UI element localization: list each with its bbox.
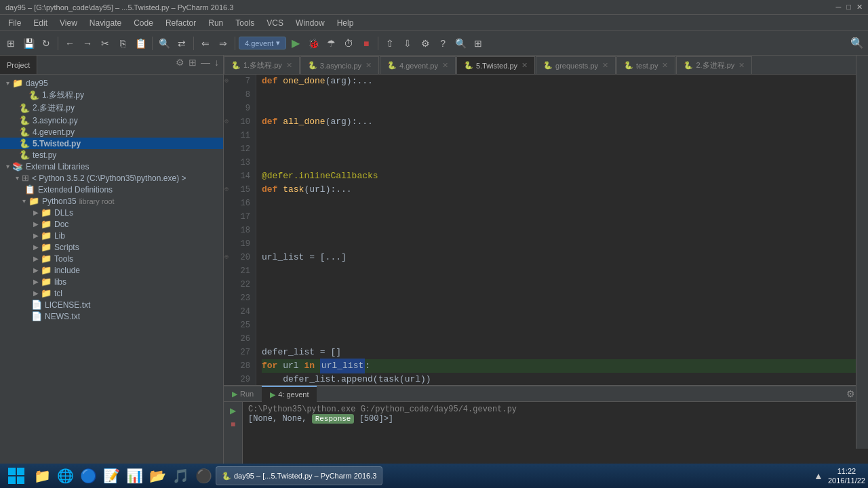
start-button[interactable] — [3, 465, 30, 487]
bottom-settings-icon[interactable]: ⚙ — [846, 388, 855, 399]
vcs-commit-btn[interactable]: ⇩ — [399, 35, 416, 52]
cut-btn[interactable]: ✂ — [97, 35, 113, 52]
tree-item-doc[interactable]: ▶ 📁 Doc — [0, 218, 223, 230]
editor-tab-multiprocess[interactable]: 🐍 2.多进程.py ✕ — [676, 56, 752, 74]
vcs-update-btn[interactable]: ⇧ — [382, 35, 398, 52]
find-action-btn[interactable]: 🔍 — [452, 35, 469, 52]
menu-help[interactable]: Help — [332, 17, 359, 29]
project-settings-icon[interactable]: ⊞ — [187, 56, 198, 74]
toolbar-extra[interactable]: ⊞ — [470, 35, 486, 52]
tree-item-python35[interactable]: ▾ 📁 Python35 library root — [0, 195, 223, 207]
code-line-13[interactable] — [262, 156, 859, 169]
tree-arrow-dlls[interactable]: ▶ — [31, 209, 41, 216]
code-line-25[interactable] — [262, 319, 859, 332]
tree-arrow-tcl[interactable]: ▶ — [31, 289, 41, 297]
code-line-8[interactable] — [262, 88, 859, 102]
fold-7[interactable]: ⊕ — [224, 75, 229, 88]
editor-tab-close-multiprocess[interactable]: ✕ — [738, 61, 745, 70]
paste-btn[interactable]: 📋 — [132, 35, 149, 52]
editor-content[interactable]: ⊕ ⊕ ⊕ — [224, 75, 868, 385]
tree-arrow-python35[interactable]: ▾ — [19, 197, 28, 205]
tree-item-extlibs[interactable]: ▾ 📚 External Libraries — [0, 161, 223, 172]
code-line-21[interactable] — [262, 264, 859, 278]
code-line-16[interactable] — [262, 197, 859, 210]
editor-tab-close-twisted[interactable]: ✕ — [521, 61, 528, 70]
run-play-btn[interactable]: ▶ — [227, 405, 239, 417]
menu-view[interactable]: View — [54, 17, 83, 29]
run-btn[interactable]: ▶ — [288, 35, 304, 52]
code-line-10[interactable]: def all_done(arg):... — [262, 115, 859, 129]
help-btn[interactable]: ? — [435, 35, 451, 52]
replace-btn[interactable]: ⇄ — [174, 35, 190, 52]
code-line-27[interactable]: defer_list = [] — [262, 346, 859, 359]
tab-project[interactable]: Project — [0, 56, 37, 74]
fold-15[interactable]: ⊕ — [224, 183, 229, 197]
editor-tab-asyncio[interactable]: 🐍 3.asyncio.py ✕ — [300, 56, 379, 74]
editor-tab-close-gevent[interactable]: ✕ — [442, 61, 448, 70]
code-line-19[interactable] — [262, 237, 859, 251]
taskbar-pycharm-app[interactable]: 🐍 day95 – [...5.Twisted.py – PyCharm 201… — [216, 466, 382, 485]
tree-item-tools[interactable]: ▶ 📁 Tools — [0, 253, 223, 264]
menu-tools[interactable]: Tools — [230, 17, 260, 29]
tree-arrow-include[interactable]: ▶ — [31, 266, 41, 274]
code-line-20[interactable]: url_list = [...] — [262, 251, 859, 264]
editor-tab-close-grequests[interactable]: ✕ — [602, 61, 608, 70]
settings-btn[interactable]: ⚙ — [417, 35, 433, 52]
menu-navigate[interactable]: Navigate — [84, 17, 127, 29]
code-line-7[interactable]: def one_done(arg):... — [262, 75, 859, 88]
menu-code[interactable]: Code — [128, 17, 159, 29]
copy-btn[interactable]: ⎘ — [115, 35, 131, 52]
close-button[interactable]: ✕ — [856, 3, 863, 12]
tree-arrow-tools[interactable]: ▶ — [31, 255, 41, 262]
taskbar-browser-btn[interactable]: 🌐 — [54, 465, 76, 487]
project-view-btn[interactable]: ⊞ — [3, 35, 19, 52]
tree-item-libs[interactable]: ▶ 📁 libs — [0, 276, 223, 287]
debug-btn[interactable]: 🐞 — [305, 35, 321, 52]
code-line-15[interactable]: def task(url):... — [262, 183, 859, 197]
next-btn[interactable]: ⇒ — [215, 35, 231, 52]
tree-arrow-day95[interactable]: ▾ — [3, 79, 12, 87]
code-line-26[interactable] — [262, 332, 859, 346]
code-line-23[interactable] — [262, 291, 859, 305]
menu-run[interactable]: Run — [203, 17, 229, 29]
fold-20[interactable]: ⊕ — [224, 251, 229, 264]
tree-item-licensetxt[interactable]: 📄 LICENSE.txt — [0, 299, 223, 310]
editor-tab-multithreading[interactable]: 🐍 1.多线程.py ✕ — [224, 56, 300, 74]
menu-edit[interactable]: Edit — [28, 17, 53, 29]
taskbar-excel-btn[interactable]: 📊 — [123, 465, 145, 487]
run-stop-btn[interactable]: ■ — [227, 418, 239, 430]
tree-arrow-python352[interactable]: ▾ — [12, 174, 22, 182]
tree-item-extdefs[interactable]: 📋 Extended Definitions — [0, 184, 223, 195]
stop-btn[interactable]: ■ — [358, 35, 374, 52]
tree-arrow-extlibs[interactable]: ▾ — [3, 163, 12, 170]
maximize-button[interactable]: □ — [846, 3, 851, 12]
tree-arrow-libs[interactable]: ▶ — [31, 278, 41, 285]
code-line-11[interactable] — [262, 129, 859, 142]
menu-window[interactable]: Window — [290, 17, 330, 29]
menu-file[interactable]: File — [3, 17, 26, 29]
code-line-24[interactable] — [262, 305, 859, 319]
taskbar-word-btn[interactable]: 📝 — [100, 465, 122, 487]
code-lines[interactable]: def one_done(arg):... def all_done(arg):… — [256, 75, 859, 385]
prev-btn[interactable]: ⇐ — [197, 35, 214, 52]
menu-vcs[interactable]: VCS — [261, 17, 289, 29]
tree-item-newstxt[interactable]: 📄 NEWS.txt — [0, 310, 223, 322]
forward-btn[interactable]: → — [79, 35, 96, 52]
code-line-12[interactable] — [262, 142, 859, 156]
tree-arrow-doc[interactable]: ▶ — [31, 220, 41, 228]
editor-tab-close-mt[interactable]: ✕ — [286, 61, 292, 70]
tree-item-multiprocess[interactable]: 🐍 2.多进程.py — [0, 102, 223, 115]
project-gear-icon[interactable]: ⚙ — [174, 56, 186, 74]
search-btn[interactable]: 🔍 — [156, 35, 172, 52]
tree-item-day95[interactable]: ▾ 📁 day95 — [0, 77, 223, 89]
tree-arrow-scripts[interactable]: ▶ — [31, 243, 41, 251]
tree-item-dlls[interactable]: ▶ 📁 DLLs — [0, 207, 223, 218]
bottom-tab-gevent[interactable]: ▶ 4: gevent — [262, 386, 317, 402]
fold-10[interactable]: ⊕ — [224, 115, 229, 129]
tree-arrow-lib[interactable]: ▶ — [31, 232, 41, 239]
tree-item-lib[interactable]: ▶ 📁 Lib — [0, 230, 223, 241]
taskbar-file-explorer-btn[interactable]: 📁 — [31, 465, 53, 487]
editor-tab-gevent[interactable]: 🐍 4.gevent.py ✕ — [380, 56, 456, 74]
back-btn[interactable]: ← — [62, 35, 78, 52]
editor-tab-twisted[interactable]: 🐍 5.Twisted.py ✕ — [456, 56, 535, 74]
